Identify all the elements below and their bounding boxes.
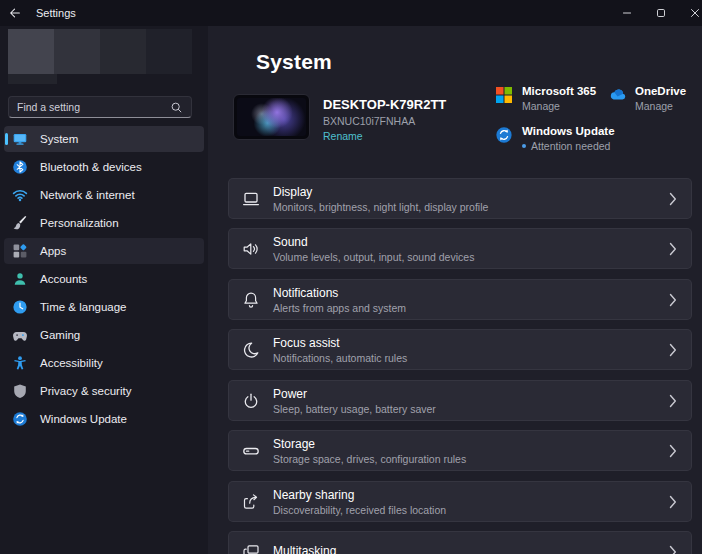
device-card: DESKTOP-K79R2TT BXNUC10i7FNHAA Rename [233,94,446,142]
windows-update-card[interactable]: Windows Update Attention needed [495,125,615,152]
sidebar-item-system[interactable]: System [4,126,204,152]
row-notifications[interactable]: Notifications Alerts from apps and syste… [228,279,692,320]
row-subtitle: Storage space, drives, configuration rul… [273,453,657,465]
storage-icon [244,448,258,453]
app-title: Settings [36,7,76,19]
row-subtitle: Discoverability, received files location [273,504,657,516]
row-power[interactable]: Power Sleep, battery usage, battery save… [228,380,692,421]
focus-assist-icon [245,343,258,357]
privacy-icon [14,384,26,398]
time-language-icon [13,300,26,313]
sidebar-item-personalization[interactable]: Personalization [4,210,204,236]
sidebar-item-apps[interactable]: Apps [4,238,204,264]
sidebar-item-privacy-security[interactable]: Privacy & security [4,378,204,404]
row-title: Sound [273,235,657,249]
sidebar-item-label: Time & language [40,301,127,313]
row-title: Notifications [273,286,657,300]
card-title: OneDrive [635,85,686,97]
skeleton-stub [8,74,57,84]
sidebar-item-label: Apps [40,245,66,257]
row-subtitle: Sleep, battery usage, battery saver [273,403,657,415]
chevron-right-icon [671,546,676,554]
nearby-sharing-icon [245,494,257,507]
sidebar-item-label: Gaming [40,329,80,341]
sidebar-item-label: Accessibility [40,357,103,369]
sidebar-item-accounts[interactable]: Accounts [4,266,204,292]
onedrive-card[interactable]: OneDrive Manage [608,85,686,112]
row-title: Nearby sharing [273,488,657,502]
row-title: Multitasking [273,544,657,554]
sidebar-item-network-internet[interactable]: Network & internet [4,182,204,208]
device-model: BXNUC10i7FNHAA [323,115,446,127]
maximize-icon [658,10,665,17]
gaming-icon [13,332,27,341]
sidebar-item-bluetooth-devices[interactable]: Bluetooth & devices [4,154,204,180]
row-multitasking[interactable]: Multitasking [228,531,692,554]
skeleton-block [100,29,146,74]
accessibility-icon [14,356,25,369]
windows-update-badge-icon [496,127,511,142]
personalization-icon [14,216,27,229]
row-sound[interactable]: Sound Volume levels, output, input, soun… [228,228,692,269]
row-subtitle: Alerts from apps and system [273,302,657,314]
chevron-right-icon [671,193,676,204]
windows-update-icon [13,412,27,426]
power-icon [245,394,256,407]
device-name: DESKTOP-K79R2TT [323,97,446,112]
skeleton-block [8,29,54,74]
sound-icon [244,243,257,253]
row-title: Storage [273,437,657,451]
card-title: Microsoft 365 [522,85,596,97]
accounts-icon [15,273,26,285]
bluetooth-icon [13,160,27,174]
row-subtitle: Notifications, automatic rules [273,352,657,364]
row-focus-assist[interactable]: Focus assist Notifications, automatic ru… [228,329,692,370]
card-action[interactable]: Manage [522,100,596,112]
device-thumbnail [233,94,310,140]
rename-link[interactable]: Rename [323,130,446,142]
display-icon [244,193,259,204]
sidebar-item-gaming[interactable]: Gaming [4,322,204,348]
row-nearby-sharing[interactable]: Nearby sharing Discoverability, received… [228,481,692,522]
sidebar-item-label: Personalization [40,217,119,229]
microsoft-365-card[interactable]: Microsoft 365 Manage [495,85,596,112]
row-title: Display [273,185,657,199]
microsoft-logo-icon [496,87,512,103]
row-display[interactable]: Display Monitors, brightness, night ligh… [228,178,692,219]
minimize-button[interactable] [610,0,644,26]
attention-text: Attention needed [531,140,610,152]
row-storage[interactable]: Storage Storage space, drives, configura… [228,430,692,471]
skeleton-block [146,29,192,74]
card-action[interactable]: Manage [635,100,686,112]
sidebar-item-label: Bluetooth & devices [40,161,142,173]
chevron-right-icon [671,243,676,254]
device-wallpaper [237,98,306,136]
sidebar-nav: System Bluetooth & devices Network & int… [0,126,208,434]
chevron-right-icon [671,445,676,456]
skeleton-block [54,29,100,74]
chevron-right-icon [671,344,676,355]
search-box[interactable] [8,96,192,118]
attention-dot [522,144,526,148]
multitasking-icon [244,545,258,554]
row-title: Focus assist [273,336,657,350]
notifications-icon [245,293,257,307]
network-icon [14,191,27,201]
sidebar-item-label: Accounts [40,273,87,285]
sidebar-item-windows-update[interactable]: Windows Update [4,406,204,432]
search-input[interactable] [17,101,170,113]
close-icon [692,10,699,17]
back-button[interactable] [0,0,30,26]
row-subtitle: Volume levels, output, input, sound devi… [273,251,657,263]
apps-icon [14,244,27,257]
page-title: System [256,50,332,74]
account-loading-skeleton [8,29,192,74]
onedrive-icon [611,90,625,100]
search-icon [172,103,181,112]
maximize-button[interactable] [644,0,678,26]
titlebar: Settings [0,0,702,26]
chevron-right-icon [671,496,676,507]
close-button[interactable] [678,0,702,26]
sidebar-item-accessibility[interactable]: Accessibility [4,350,204,376]
sidebar-item-time-language[interactable]: Time & language [4,294,204,320]
